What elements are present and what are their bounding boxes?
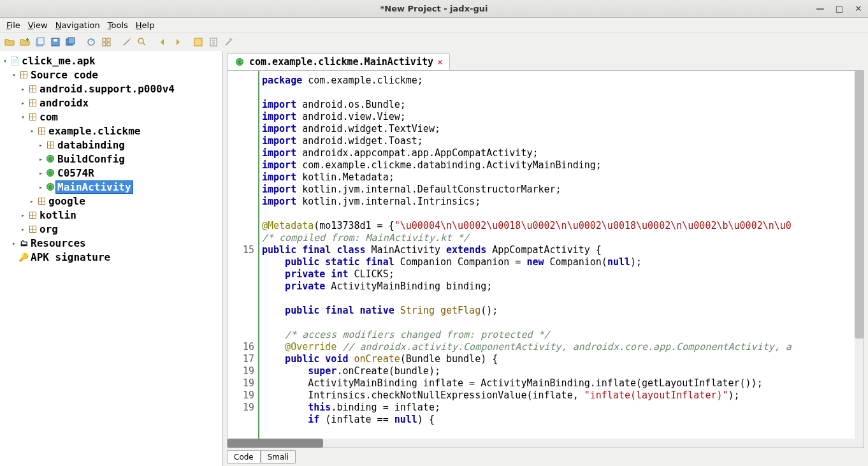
svg-rect-13 [194, 38, 202, 46]
back-icon[interactable] [156, 35, 170, 49]
close-tab-icon[interactable]: ✕ [437, 56, 443, 68]
new-project-icon[interactable] [33, 35, 47, 49]
tree-root[interactable]: ▾📄click_me.apk [0, 54, 222, 68]
forward-icon[interactable] [171, 35, 185, 49]
svg-point-12 [138, 38, 143, 43]
tree-cls-buildconfig[interactable]: ▸cBuildConfig [0, 152, 222, 166]
titlebar: *New Project - jadx-gui — □ ✕ [0, 0, 868, 18]
tree-pkg-org[interactable]: ▸org [0, 222, 222, 236]
tree-source-code[interactable]: ▾Source code [0, 68, 222, 82]
editor-bottom-tabs: Code Smali [223, 448, 868, 466]
svg-rect-8 [107, 38, 110, 41]
search-icon[interactable] [135, 35, 149, 49]
tree-resources[interactable]: ▸🗂Resources [0, 236, 222, 250]
tree-cls-mainactivity[interactable]: ▸cMainActivity [0, 180, 222, 194]
save-all-icon[interactable] [64, 35, 78, 49]
add-files-icon[interactable] [18, 35, 32, 49]
menu-view[interactable]: View [24, 19, 52, 31]
bottom-tab-smali[interactable]: Smali [261, 450, 296, 464]
menu-navigation[interactable]: Navigation [52, 19, 104, 31]
toolbar [0, 33, 868, 51]
svg-rect-1 [38, 38, 44, 45]
tree-pkg-example-clickme[interactable]: ▾example.clickme [0, 124, 222, 138]
tree-pkg-databinding[interactable]: ▸databinding [0, 138, 222, 152]
menu-help[interactable]: Help [132, 19, 159, 31]
editor-tab-label: com.example.clickme.MainActivity [249, 56, 433, 68]
quark-icon[interactable] [206, 35, 221, 49]
svg-rect-3 [54, 39, 57, 41]
open-file-icon[interactable] [3, 35, 17, 49]
maximize-button[interactable]: □ [835, 4, 844, 13]
flatten-packages-icon[interactable] [99, 35, 113, 49]
tree-pkg-com[interactable]: ▾com [0, 110, 222, 124]
deobfuscate-icon[interactable] [191, 35, 205, 49]
vertical-scrollbar[interactable] [855, 71, 864, 448]
editor-tabbar: c com.example.clickme.MainActivity ✕ [223, 51, 868, 70]
svg-point-11 [129, 38, 131, 40]
svg-point-6 [88, 39, 94, 45]
sync-icon[interactable] [84, 35, 98, 49]
svg-rect-5 [68, 38, 75, 44]
close-button[interactable]: ✕ [854, 4, 863, 13]
tree-cls-c0574r[interactable]: ▸cC0574R [0, 166, 222, 180]
window-title: *New Project - jadx-gui [380, 4, 488, 13]
project-tree[interactable]: ▾📄click_me.apk ▾Source code ▸android.sup… [0, 51, 223, 466]
svg-rect-9 [103, 43, 106, 46]
save-project-icon[interactable] [48, 35, 62, 49]
menubar: File View Navigation Tools Help [0, 18, 868, 33]
svg-rect-10 [107, 43, 110, 46]
svg-rect-7 [103, 38, 106, 41]
wand-icon[interactable] [120, 35, 134, 49]
editor-body: 15 161719191919 package com.example.clic… [227, 70, 864, 448]
tree-pkg-google[interactable]: ▸google [0, 194, 222, 208]
menu-file[interactable]: File [3, 19, 24, 31]
line-gutter: 15 161719191919 [228, 71, 259, 448]
horizontal-scrollbar[interactable] [228, 439, 864, 448]
tree-pkg-kotlin[interactable]: ▸kotlin [0, 208, 222, 222]
bottom-tab-code[interactable]: Code [227, 450, 261, 464]
menu-tools[interactable]: Tools [104, 19, 132, 31]
tree-apk-signature[interactable]: 🔑APK signature [0, 250, 222, 264]
tree-pkg-androidx[interactable]: ▸androidx [0, 96, 222, 110]
editor-tab-mainactivity[interactable]: c com.example.clickme.MainActivity ✕ [227, 53, 450, 70]
preferences-icon[interactable] [222, 35, 236, 49]
code-area[interactable]: package com.example.clickme; import andr… [259, 71, 864, 448]
tree-pkg-android-support[interactable]: ▸android.support.p000v4 [0, 82, 222, 96]
minimize-button[interactable]: — [816, 4, 825, 13]
